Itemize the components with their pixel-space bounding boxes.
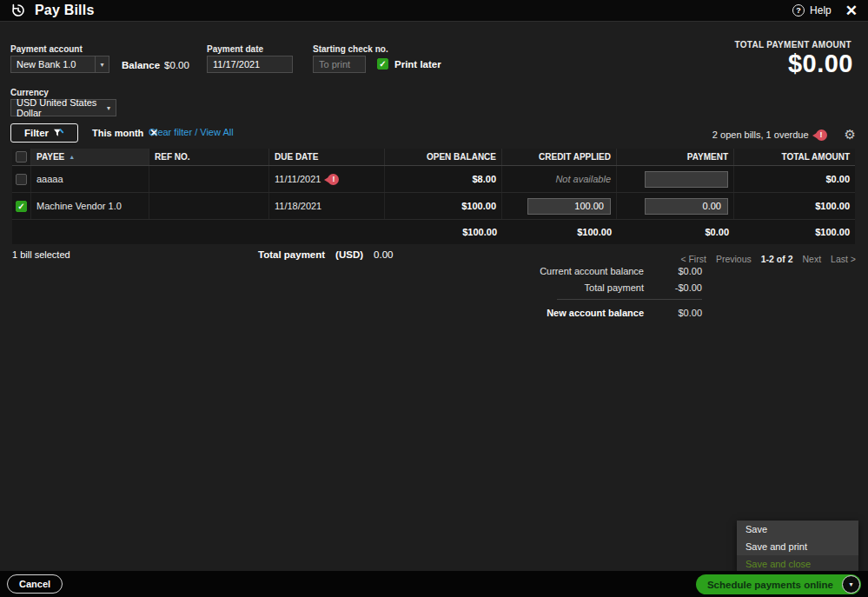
pagination-last[interactable]: Last > <box>831 254 856 264</box>
column-header-payment[interactable]: PAYMENT <box>617 149 734 165</box>
help-icon: ? <box>792 4 805 17</box>
bills-table: PAYEE▲ REF NO. DUE DATE OPEN BALANCE CRE… <box>12 149 855 244</box>
ref-cell <box>149 193 269 219</box>
totals-total-amount: $100.00 <box>734 220 855 244</box>
starting-check-input[interactable] <box>313 56 366 73</box>
pagination-previous[interactable]: Previous <box>716 254 752 264</box>
open-balance-cell: $100.00 <box>385 193 502 219</box>
clear-filter-link[interactable]: Clear filter / View All <box>149 127 234 137</box>
gear-icon[interactable]: ⚙ <box>845 127 856 143</box>
filter-button[interactable]: Filter <box>10 123 78 143</box>
payment-account-label: Payment account <box>10 44 83 54</box>
column-header-ref[interactable]: REF NO. <box>149 149 269 165</box>
column-header-credit-applied[interactable]: CREDIT APPLIED <box>502 149 617 165</box>
due-date-cell: 11/18/2021 <box>269 193 385 219</box>
menu-item-save[interactable]: Save <box>737 521 858 538</box>
sort-asc-icon: ▲ <box>69 154 75 160</box>
table-row: ✓ Machine Vendor 1.0 11/18/2021 $100.00 … <box>12 193 855 220</box>
row-checkbox[interactable]: ✓ <box>16 201 27 212</box>
open-balance-cell: $8.00 <box>385 166 502 192</box>
totals-payment: $0.00 <box>617 220 734 244</box>
cancel-button[interactable]: Cancel <box>7 574 63 594</box>
starting-check-label: Starting check no. <box>313 44 388 54</box>
column-header-payee[interactable]: PAYEE▲ <box>31 149 149 165</box>
total-amount-cell: $100.00 <box>734 193 855 219</box>
menu-item-save-and-print[interactable]: Save and print <box>737 538 858 555</box>
close-icon[interactable]: ✕ <box>845 3 858 18</box>
current-balance-label: Current account balance <box>505 266 644 276</box>
payment-input[interactable] <box>645 198 728 215</box>
totals-credit-applied: $100.00 <box>502 220 617 244</box>
schedule-dropdown-toggle[interactable]: ▾ <box>842 575 860 594</box>
pagination-next[interactable]: Next <box>803 254 822 264</box>
column-header-due-date[interactable]: DUE DATE <box>269 149 385 165</box>
page-title: Pay Bills <box>35 3 95 18</box>
save-dropdown-menu: Save Save and print Save and close <box>737 521 858 573</box>
total-payment-amount-value: $0.00 <box>788 50 853 78</box>
schedule-payments-button[interactable]: Schedule payments online <box>696 574 861 594</box>
totals-open-balance: $100.00 <box>385 220 502 244</box>
table-row: aaaaa 11/11/2021 ! $8.00 Not available $… <box>12 166 855 193</box>
currency-label: Currency <box>10 88 49 97</box>
bills-selected-count: 1 bill selected <box>12 249 70 260</box>
row-checkbox[interactable] <box>16 174 27 185</box>
table-totals-row: $100.00 $100.00 $0.00 $100.00 <box>12 220 855 244</box>
due-date-cell: 11/11/2021 ! <box>269 166 385 192</box>
open-bills-summary: 2 open bills, 1 overdue <box>712 129 809 140</box>
funnel-icon <box>53 129 64 138</box>
credit-applied-input[interactable] <box>527 198 611 215</box>
select-all-checkbox[interactable] <box>16 151 27 163</box>
print-later-label: Print later <box>394 59 441 70</box>
table-header-row: PAYEE▲ REF NO. DUE DATE OPEN BALANCE CRE… <box>12 149 855 166</box>
new-balance-label: New account balance <box>505 308 644 318</box>
menu-item-save-and-close[interactable]: Save and close <box>737 555 858 573</box>
ref-cell <box>149 166 269 192</box>
overdue-badge: ! <box>328 174 339 185</box>
chevron-down-icon: ▾ <box>107 104 110 112</box>
total-amount-cell: $0.00 <box>734 166 855 192</box>
overdue-alert-badge: ! <box>816 129 827 141</box>
print-later-checkbox[interactable]: ✓ <box>377 58 388 70</box>
new-balance-value: $0.00 <box>644 308 702 318</box>
column-header-total-amount[interactable]: TOTAL AMOUNT <box>734 149 855 165</box>
column-header-open-balance[interactable]: OPEN BALANCE <box>385 149 502 165</box>
payment-account-select[interactable]: New Bank 1.0 ▾ <box>10 56 109 73</box>
payment-date-input[interactable] <box>207 56 293 73</box>
payee-cell: Machine Vendor 1.0 <box>31 193 149 219</box>
chevron-down-icon: ▾ <box>849 580 852 588</box>
pay-bills-history-icon <box>10 3 26 18</box>
summary-total-payment-value: -$0.00 <box>644 282 702 293</box>
help-button[interactable]: ? Help <box>792 4 832 17</box>
credit-applied-cell: Not available <box>502 166 617 192</box>
pagination: < First Previous 1-2 of 2 Next Last > <box>680 254 856 264</box>
chevron-down-icon[interactable]: ▾ <box>95 56 109 72</box>
payment-input[interactable] <box>645 171 728 188</box>
pagination-first[interactable]: < First <box>680 254 706 264</box>
payment-date-label: Payment date <box>207 44 263 54</box>
payee-cell: aaaaa <box>31 166 149 192</box>
account-summary: Current account balance $0.00 Total paym… <box>502 266 702 324</box>
total-payment-amount-label: TOTAL PAYMENT AMOUNT <box>734 40 851 50</box>
pagination-range: 1-2 of 2 <box>761 254 793 264</box>
summary-divider <box>557 299 702 300</box>
currency-select[interactable]: USD United States Dollar ▾ <box>10 99 116 116</box>
total-payment-line: Total payment (USD) 0.00 <box>258 249 393 260</box>
summary-total-payment-label: Total payment <box>505 282 644 293</box>
top-bar: Pay Bills ? Help ✕ <box>0 0 868 22</box>
current-balance-value: $0.00 <box>644 266 702 276</box>
balance-display: Balance$0.00 <box>122 60 189 70</box>
